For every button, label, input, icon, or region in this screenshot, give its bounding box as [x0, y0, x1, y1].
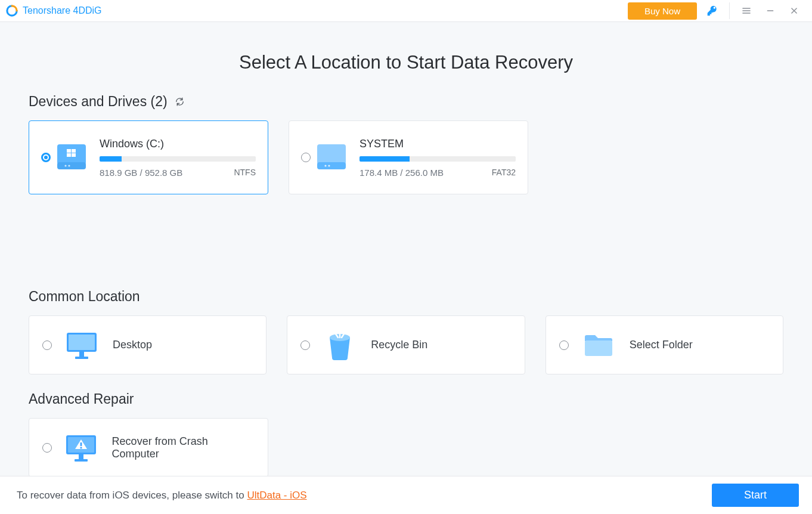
svg-rect-5 — [72, 149, 76, 153]
svg-rect-1 — [57, 162, 86, 169]
crash-computer-icon — [64, 431, 99, 465]
drive-fs: NTFS — [234, 168, 256, 178]
location-desktop[interactable]: Desktop — [29, 315, 266, 374]
drive-card-system[interactable]: SYSTEM 178.4 MB / 256.0 MB FAT32 — [289, 120, 528, 194]
common-section-title: Common Location — [29, 289, 783, 305]
folder-icon — [581, 328, 616, 363]
svg-rect-6 — [67, 153, 71, 157]
radio-selected-icon[interactable] — [41, 153, 51, 162]
drive-name: Windows (C:) — [100, 138, 258, 150]
drive-usage-bar — [100, 156, 256, 162]
recycle-bin-icon — [322, 328, 358, 363]
radio-icon[interactable] — [301, 153, 311, 162]
footer-msg-prefix: To recover data from iOS devices, please… — [17, 490, 247, 501]
windows-disk-icon — [54, 140, 89, 175]
radio-icon[interactable] — [559, 340, 569, 350]
advanced-label: Recover from Crash Computer — [112, 435, 255, 460]
svg-rect-17 — [585, 340, 612, 356]
location-label: Select Folder — [630, 339, 693, 351]
page-title: Select A Location to Start Data Recovery — [29, 52, 783, 73]
drive-usage-text: 178.4 MB / 256.0 MB — [359, 168, 444, 178]
svg-rect-20 — [80, 442, 82, 446]
svg-rect-8 — [317, 144, 346, 165]
titlebar-right: Buy Now — [628, 2, 806, 20]
svg-rect-15 — [75, 357, 88, 359]
devices-title-text: Devices and Drives (2) — [29, 94, 168, 110]
brand: Tenorshare 4DDiG — [6, 5, 628, 17]
footer-link-ultdata[interactable]: UltData - iOS — [247, 490, 306, 501]
disk-icon — [314, 140, 349, 175]
svg-rect-23 — [75, 459, 88, 462]
titlebar: Tenorshare 4DDiG Buy Now — [0, 0, 812, 22]
desktop-icon — [64, 328, 100, 363]
location-select-folder[interactable]: Select Folder — [546, 315, 783, 374]
svg-rect-7 — [72, 153, 76, 157]
key-icon[interactable] — [701, 2, 724, 20]
advanced-section-title: Advanced Repair — [29, 391, 783, 407]
advanced-row: Recover from Crash Computer — [29, 418, 783, 477]
svg-rect-22 — [79, 454, 83, 459]
app-title: Tenorshare 4DDiG — [23, 5, 102, 16]
radio-icon[interactable] — [42, 443, 52, 453]
drive-fs: FAT32 — [492, 168, 516, 178]
advanced-crash-recover[interactable]: Recover from Crash Computer — [29, 418, 268, 477]
devices-section-title: Devices and Drives (2) — [29, 94, 783, 110]
main-content: Select A Location to Start Data Recovery… — [0, 22, 812, 477]
drive-usage-text: 818.9 GB / 952.8 GB — [100, 168, 182, 178]
drives-row: Windows (C:) 818.9 GB / 952.8 GB NTFS — [29, 120, 783, 194]
common-row: Desktop Recycle Bin — [29, 315, 783, 374]
app-logo-icon — [6, 5, 18, 17]
drive-card-c[interactable]: Windows (C:) 818.9 GB / 952.8 GB NTFS — [29, 120, 268, 194]
location-label: Recycle Bin — [371, 339, 427, 351]
svg-rect-13 — [69, 335, 95, 350]
svg-point-10 — [324, 165, 326, 166]
minimize-icon[interactable] — [758, 2, 782, 20]
svg-rect-9 — [317, 162, 346, 169]
location-label: Desktop — [113, 339, 152, 351]
footer: To recover data from iOS devices, please… — [0, 476, 812, 514]
separator — [729, 2, 730, 19]
svg-point-11 — [328, 165, 330, 166]
drive-name: SYSTEM — [359, 138, 518, 150]
radio-icon[interactable] — [300, 340, 310, 350]
menu-icon[interactable] — [734, 2, 758, 20]
svg-point-3 — [68, 165, 70, 166]
footer-message: To recover data from iOS devices, please… — [17, 490, 307, 501]
start-button[interactable]: Start — [712, 484, 799, 507]
drive-usage-bar — [359, 156, 516, 162]
location-recycle-bin[interactable]: Recycle Bin — [287, 315, 525, 374]
svg-rect-14 — [79, 352, 84, 357]
close-icon[interactable] — [782, 2, 806, 20]
buy-now-button[interactable]: Buy Now — [628, 2, 697, 20]
refresh-icon[interactable] — [175, 97, 185, 107]
svg-point-2 — [64, 165, 66, 166]
svg-rect-21 — [80, 447, 82, 448]
radio-icon[interactable] — [42, 340, 52, 350]
svg-rect-4 — [67, 149, 71, 153]
